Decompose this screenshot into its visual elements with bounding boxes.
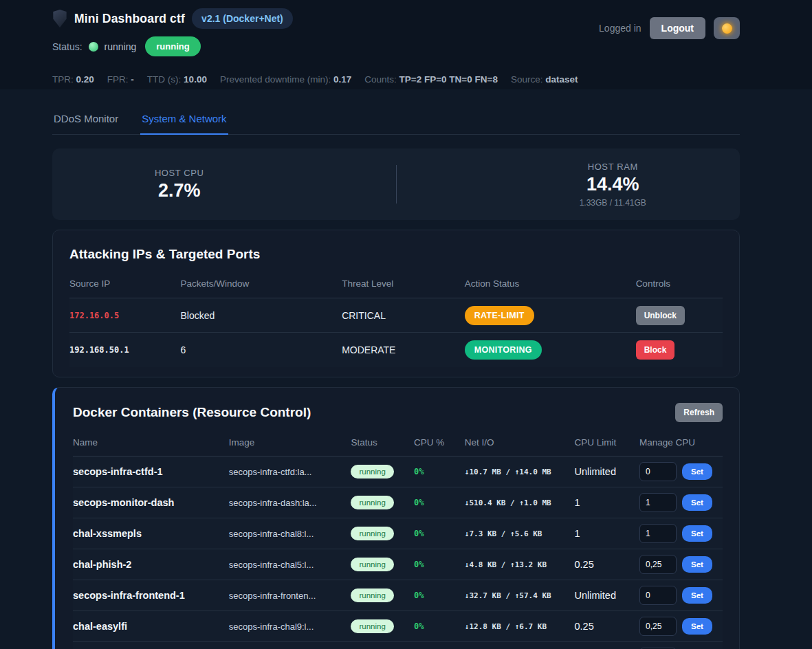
logged-in-label: Logged in bbox=[599, 23, 641, 34]
threat-level: CRITICAL bbox=[342, 310, 465, 321]
set-button[interactable]: Set bbox=[682, 463, 712, 480]
cpu-percent: 0% bbox=[414, 591, 465, 600]
container-row: secops-monitor-dash secops-infra-dash:la… bbox=[73, 487, 723, 518]
metric-source: Source: dataset bbox=[511, 74, 578, 85]
running-pill: running bbox=[351, 619, 393, 633]
tab-bar: DDoS Monitor System & Network bbox=[52, 107, 740, 135]
container-name: chal-xssmepls bbox=[73, 528, 229, 539]
metrics-bar: TPR: 0.20 FPR: - TTD (s): 10.00 Prevente… bbox=[52, 74, 740, 85]
metric-downtime: Prevented downtime (min): 0.17 bbox=[220, 74, 351, 85]
attack-row: 192.168.50.1 6 MODERATE MONITORING Block bbox=[69, 333, 723, 367]
cpu-limit-input[interactable] bbox=[639, 617, 677, 636]
cpu-percent: 0% bbox=[414, 467, 465, 476]
containers-table-header: Name Image Status CPU % Net I/O CPU Limi… bbox=[73, 437, 723, 456]
cpu-limit-input[interactable] bbox=[639, 586, 677, 605]
host-cpu-label: HOST CPU bbox=[155, 168, 204, 178]
set-button[interactable]: Set bbox=[682, 494, 712, 511]
container-row: secops-infra-ctfd-1 secops-infra-ctfd:la… bbox=[73, 456, 723, 487]
container-name: secops-infra-ctfd-1 bbox=[73, 466, 229, 477]
top-bar: Mini Dashboard ctf v2.1 (Docker+Net) Sta… bbox=[0, 0, 812, 89]
net-io: ↓12.8 KB / ↑6.7 KB bbox=[465, 622, 575, 631]
container-name: secops-monitor-dash bbox=[73, 497, 229, 508]
metric-counts: Counts: TP=2 FP=0 TN=0 FN=8 bbox=[364, 74, 498, 85]
packets-window: 6 bbox=[181, 344, 342, 355]
auth-group: Logged in Logout bbox=[599, 17, 740, 39]
cpu-percent: 0% bbox=[414, 498, 465, 507]
running-pill: running bbox=[351, 558, 393, 571]
action-status-badge: MONITORING bbox=[465, 340, 542, 360]
container-image: secops-infra-chal8:l... bbox=[229, 529, 351, 539]
host-stats-banner: HOST CPU 2.7% HOST RAM 14.4% 1.33GB / 11… bbox=[52, 148, 740, 220]
container-row: chal-phish-2 secops-infra-chal5:l... run… bbox=[73, 549, 723, 580]
host-cpu-stat: HOST CPU 2.7% bbox=[52, 148, 396, 220]
cpu-limit: 1 bbox=[575, 497, 640, 508]
app-title: Mini Dashboard ctf bbox=[74, 12, 185, 26]
source-ip: 172.16.0.5 bbox=[69, 311, 181, 320]
set-button[interactable]: Set bbox=[682, 525, 712, 542]
set-button[interactable]: Set bbox=[682, 618, 712, 635]
attack-row: 172.16.0.5 Blocked CRITICAL RATE-LIMIT U… bbox=[69, 298, 723, 333]
set-button[interactable]: Set bbox=[682, 556, 712, 573]
refresh-button[interactable]: Refresh bbox=[675, 403, 723, 422]
container-row: chal-easylfi secops-infra-chal9:l... run… bbox=[73, 611, 723, 642]
attacking-ips-card: Attacking IPs & Targeted Ports Source IP… bbox=[52, 230, 740, 377]
cpu-limit-input[interactable] bbox=[639, 462, 677, 481]
net-io: ↓10.7 MB / ↑14.0 MB bbox=[465, 468, 575, 476]
container-image: secops-infra-ctfd:la... bbox=[229, 467, 351, 477]
running-pill: running bbox=[351, 496, 393, 509]
container-image: secops-infra-dash:la... bbox=[229, 498, 351, 508]
running-pill: running bbox=[351, 527, 393, 540]
net-io: ↓7.3 KB / ↑5.6 KB bbox=[465, 529, 575, 538]
running-pill: running bbox=[351, 465, 393, 478]
unblock-button[interactable]: Unblock bbox=[636, 306, 685, 325]
container-name: secops-infra-frontend-1 bbox=[73, 590, 229, 601]
running-status-badge: running bbox=[145, 36, 200, 56]
version-badge: v2.1 (Docker+Net) bbox=[192, 8, 293, 29]
cpu-limit: 0.25 bbox=[575, 559, 640, 570]
cpu-percent: 0% bbox=[414, 622, 465, 631]
net-io: ↓4.8 KB / ↑13.2 KB bbox=[465, 560, 575, 569]
cpu-limit: Unlimited bbox=[575, 590, 640, 601]
docker-containers-card: Docker Containers (Resource Control) Ref… bbox=[52, 387, 740, 649]
status-label: Status: bbox=[52, 41, 83, 52]
running-pill: running bbox=[351, 588, 393, 602]
packets-window: Blocked bbox=[181, 310, 342, 321]
set-button[interactable]: Set bbox=[682, 587, 712, 604]
cpu-limit: 1 bbox=[575, 528, 640, 539]
host-ram-stat: HOST RAM 14.4% 1.33GB / 11.41GB bbox=[397, 148, 740, 220]
container-image: secops-infra-chal5:l... bbox=[229, 560, 351, 570]
theme-toggle-button[interactable] bbox=[714, 17, 740, 39]
cpu-limit-input[interactable] bbox=[639, 524, 677, 543]
cpu-percent: 0% bbox=[414, 529, 465, 538]
container-row: chal-xssmepls secops-infra-chal8:l... ru… bbox=[73, 518, 723, 549]
container-row-partial: running Set bbox=[73, 642, 723, 649]
container-image: secops-infra-fronten... bbox=[229, 591, 351, 601]
sun-icon bbox=[722, 23, 732, 34]
block-button[interactable]: Block bbox=[636, 340, 675, 360]
logout-button[interactable]: Logout bbox=[650, 17, 705, 39]
metric-fpr: FPR: - bbox=[107, 74, 134, 85]
cpu-limit-input[interactable] bbox=[639, 555, 677, 574]
metric-ttd: TTD (s): 10.00 bbox=[147, 74, 207, 85]
threat-level: MODERATE bbox=[342, 344, 465, 355]
cpu-limit: Unlimited bbox=[575, 466, 640, 477]
host-ram-detail: 1.33GB / 11.41GB bbox=[580, 198, 646, 208]
container-name: chal-easylfi bbox=[73, 621, 229, 632]
container-row: secops-infra-frontend-1 secops-infra-fro… bbox=[73, 580, 723, 611]
net-io: ↓510.4 KB / ↑1.0 MB bbox=[465, 498, 575, 507]
container-image: secops-infra-chal9:l... bbox=[229, 622, 351, 632]
cpu-limit: 0.25 bbox=[575, 621, 640, 632]
container-name: chal-phish-2 bbox=[73, 559, 229, 570]
action-status-badge: RATE-LIMIT bbox=[465, 306, 534, 325]
net-io: ↓32.7 KB / ↑57.4 KB bbox=[465, 591, 575, 600]
host-ram-value: 14.4% bbox=[586, 174, 639, 195]
attacking-ips-title: Attacking IPs & Targeted Ports bbox=[69, 247, 723, 262]
cpu-limit-input[interactable] bbox=[639, 493, 677, 512]
status-text: running bbox=[105, 41, 137, 52]
shield-icon bbox=[52, 10, 67, 28]
source-ip: 192.168.50.1 bbox=[69, 345, 181, 355]
brand-block: Mini Dashboard ctf v2.1 (Docker+Net) Sta… bbox=[52, 8, 293, 56]
tab-system-network[interactable]: System & Network bbox=[140, 107, 228, 135]
tab-ddos-monitor[interactable]: DDoS Monitor bbox=[52, 107, 120, 134]
docker-containers-title: Docker Containers (Resource Control) bbox=[73, 405, 311, 420]
